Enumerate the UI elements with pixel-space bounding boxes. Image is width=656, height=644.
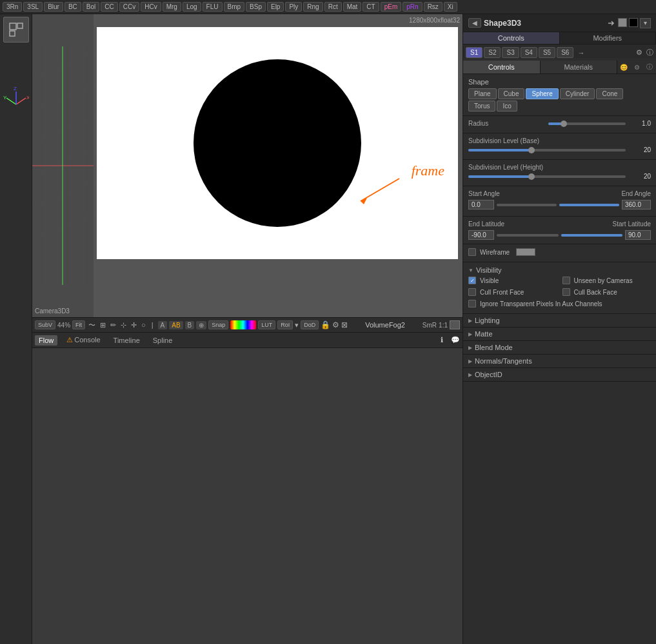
text-a-btn[interactable]: A: [158, 321, 168, 329]
text-b-btn[interactable]: B: [185, 321, 195, 329]
toolbar-3rn[interactable]: 3Rn: [3, 2, 22, 12]
visibility-arrow[interactable]: ▼: [468, 268, 473, 273]
toolbar-ccv[interactable]: CCv: [119, 2, 139, 12]
blend-mode-header[interactable]: ▶ Blend Mode: [463, 341, 656, 354]
toolbar-blur[interactable]: Blur: [44, 2, 63, 12]
toolbar-ct[interactable]: CT: [363, 2, 379, 12]
node-graph[interactable]: Camera3D3 Merge3D4 (3Mg) Shape3D3 (3Sh): [32, 348, 462, 644]
toolbar-cc[interactable]: CC: [101, 2, 117, 12]
subdivision-height-thumb[interactable]: [528, 173, 535, 180]
tab-modifiers[interactable]: Modifiers: [560, 32, 657, 44]
color-swatch-btn[interactable]: [450, 320, 460, 329]
toolbar-hcv[interactable]: HCv: [141, 2, 161, 12]
tab-tools[interactable]: Controls: [463, 32, 560, 44]
matte-header[interactable]: ▶ Matte: [463, 327, 656, 340]
tab-flow[interactable]: Flow: [35, 335, 57, 346]
toolbar-mat[interactable]: Mat: [343, 2, 362, 12]
start-angle-slider[interactable]: [497, 204, 557, 206]
snap-button[interactable]: Snap: [208, 320, 228, 329]
toolbar-bmp[interactable]: Bmp: [224, 2, 245, 12]
toolbar-ply[interactable]: Ply: [285, 2, 302, 12]
toolbar-xi[interactable]: Xi: [444, 2, 457, 12]
shape-btn-ico[interactable]: Ico: [497, 101, 517, 112]
cull-back-checkbox[interactable]: [562, 288, 570, 296]
toolbar-rsz[interactable]: Rsz: [424, 2, 442, 12]
toolbar-flu[interactable]: FLU: [203, 2, 223, 12]
info-icon-slot[interactable]: ⓘ: [643, 61, 656, 73]
visible-checkbox[interactable]: [468, 277, 476, 284]
shape-btn-cube[interactable]: Cube: [498, 88, 525, 99]
toolbar-rct[interactable]: Rct: [324, 2, 342, 12]
toolbar-bsp[interactable]: BSp: [246, 2, 266, 12]
color-square1[interactable]: [618, 18, 627, 27]
s-tab-4[interactable]: S4: [521, 47, 537, 58]
tab-controls[interactable]: Controls: [463, 61, 541, 73]
toolbar-rng[interactable]: Rng: [303, 2, 323, 12]
sidebar-view-icon[interactable]: [3, 17, 29, 43]
wireframe-checkbox[interactable]: [468, 248, 476, 256]
toolbar-log[interactable]: Log: [183, 2, 201, 12]
viewport[interactable]: 1280x800xfloat32 frame Camera3D3: [32, 14, 462, 317]
objectid-title: ObjectID: [475, 371, 502, 378]
start-latitude-slider[interactable]: [561, 234, 623, 237]
cull-front-checkbox[interactable]: [468, 288, 476, 296]
text-ab-btn[interactable]: AB: [169, 321, 183, 329]
subdivision-base-slider[interactable]: [468, 149, 626, 151]
end-latitude-input[interactable]: [468, 230, 494, 240]
toolbar-bc[interactable]: BC: [65, 2, 81, 12]
svg-line-3: [16, 98, 26, 104]
lut-button[interactable]: LUT: [258, 320, 275, 329]
toolbar-mrg[interactable]: Mrg: [163, 2, 181, 12]
ignore-transparent-checkbox[interactable]: [468, 300, 476, 307]
toolbar-bol[interactable]: Bol: [83, 2, 99, 12]
visible-row: Visible: [468, 277, 557, 284]
shape-btn-cylinder[interactable]: Cylinder: [560, 88, 595, 99]
panel-dropdown[interactable]: ▾: [640, 18, 651, 28]
fit-button[interactable]: Fit: [72, 320, 85, 329]
s-tab-1[interactable]: S1: [466, 47, 482, 58]
panel-nav-left[interactable]: ◀: [468, 18, 481, 28]
start-latitude-input[interactable]: [625, 230, 651, 240]
lighting-header[interactable]: ▶ Lighting: [463, 314, 656, 327]
s-tab-5[interactable]: S5: [539, 47, 555, 58]
s-tab-6[interactable]: S6: [557, 47, 573, 58]
end-angle-slider[interactable]: [559, 204, 619, 206]
info-circle-icon[interactable]: ⓘ: [646, 48, 653, 57]
tab-materials[interactable]: Materials: [541, 61, 618, 73]
toolbar-prn[interactable]: pRn: [403, 2, 422, 12]
svg-text:Z: Z: [14, 86, 17, 92]
icon-btn1[interactable]: ⊕: [196, 321, 206, 329]
s-tab-3[interactable]: S3: [502, 47, 519, 58]
radius-slider-thumb[interactable]: [561, 121, 567, 127]
shape-btn-plane[interactable]: Plane: [468, 88, 497, 99]
tab-timeline[interactable]: Timeline: [110, 335, 144, 346]
dod-button[interactable]: DoD: [301, 320, 319, 329]
subdivision-base-row: Subdivision Level (Base): [468, 137, 651, 144]
subv-button[interactable]: SubV: [35, 320, 55, 329]
gear-icon-slot[interactable]: ⚙: [630, 61, 643, 73]
settings-gear-icon[interactable]: ⚙: [636, 48, 642, 57]
radius-slider[interactable]: [548, 122, 626, 125]
end-latitude-slider[interactable]: [497, 234, 559, 237]
toolbar-3sl[interactable]: 3SL: [23, 2, 43, 12]
color-square2[interactable]: [629, 18, 638, 27]
end-angle-input[interactable]: [622, 200, 651, 210]
unseen-cameras-checkbox[interactable]: [562, 277, 570, 284]
tab-console[interactable]: ⚠Console: [63, 335, 104, 346]
shape-btn-cone[interactable]: Cone: [596, 88, 623, 99]
objectid-header[interactable]: ▶ ObjectID: [463, 368, 656, 381]
cull-back-row: Cull Back Face: [562, 288, 651, 296]
subdivision-height-slider[interactable]: [468, 175, 626, 178]
toolbar-pem[interactable]: pEm: [381, 2, 402, 12]
start-angle-input[interactable]: [468, 200, 494, 210]
s-tab-2[interactable]: S2: [484, 47, 501, 58]
shape-btn-torus[interactable]: Torus: [468, 101, 495, 112]
wireframe-color-swatch[interactable]: [516, 248, 535, 256]
toolbar-elp[interactable]: Elp: [267, 2, 284, 12]
normals-tangents-header[interactable]: ▶ Normals/Tangents: [463, 355, 656, 367]
tab-spline[interactable]: Spline: [149, 335, 177, 346]
shape-btn-sphere[interactable]: Sphere: [526, 88, 558, 99]
color-bar[interactable]: [230, 320, 256, 329]
roi-button[interactable]: RoI: [277, 320, 293, 329]
subdivision-base-thumb[interactable]: [528, 147, 535, 153]
